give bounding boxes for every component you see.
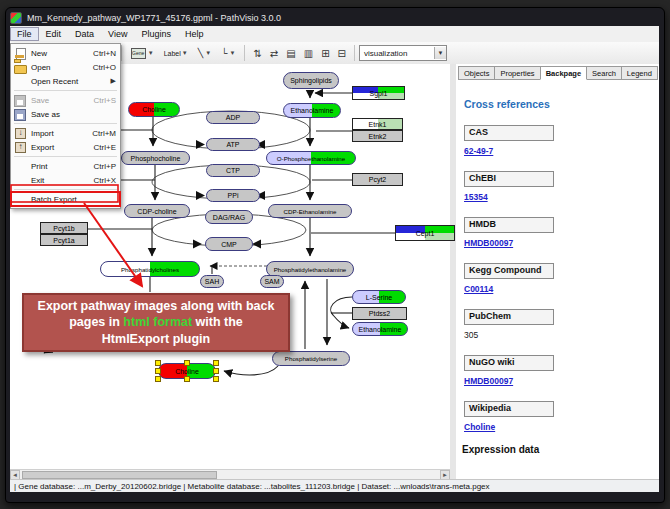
chevron-down-icon[interactable]: ▼ bbox=[229, 50, 235, 56]
save-icon bbox=[14, 95, 27, 106]
metabolite-node-ppi[interactable]: PPi bbox=[206, 189, 260, 202]
connector-tool-button[interactable]: └ ▼ bbox=[218, 46, 238, 60]
selection-handle[interactable] bbox=[184, 376, 190, 382]
menu-file[interactable]: File bbox=[10, 27, 39, 41]
gene-node-etnk1[interactable]: Etnk1 bbox=[352, 118, 403, 130]
file-menu-item-export[interactable]: ↑ExportCtrl+E bbox=[11, 140, 120, 154]
menu-separator bbox=[14, 189, 117, 190]
selection-handle[interactable] bbox=[213, 376, 219, 382]
submenu-arrow-icon: ▶ bbox=[111, 77, 116, 85]
tab-properties[interactable]: Properties bbox=[494, 66, 540, 80]
file-menu-item-import[interactable]: ↓ImportCtrl+M bbox=[11, 126, 120, 140]
xref-value: 305 bbox=[464, 330, 652, 340]
selection-handle[interactable] bbox=[184, 360, 190, 366]
metabolite-node-ethanolamine[interactable]: Ethanolamine bbox=[283, 103, 341, 118]
label-tool-button[interactable]: Label ▼ bbox=[161, 48, 191, 59]
line-tool-icon: ╲ bbox=[198, 48, 203, 58]
xref-link-62-49-7[interactable]: 62-49-7 bbox=[464, 146, 493, 156]
distribute-columns-icon[interactable]: ▥ bbox=[304, 48, 313, 59]
xref-link-c00114[interactable]: C00114 bbox=[464, 284, 493, 294]
menu-view[interactable]: View bbox=[101, 27, 134, 41]
gene-node-pcyt1b[interactable]: Pcyt1b bbox=[40, 222, 88, 234]
gene-node-cept1[interactable]: Cept1 bbox=[395, 225, 455, 241]
scrollbar-thumb[interactable] bbox=[22, 471, 217, 479]
file-menu-item-print[interactable]: PrintCtrl+P bbox=[11, 159, 120, 173]
menu-separator bbox=[14, 90, 117, 91]
metabolite-node-atp[interactable]: ATP bbox=[206, 138, 260, 151]
xref-link-choline[interactable]: Choline bbox=[464, 422, 495, 432]
file-menu-item-exit[interactable]: ExitCtrl+X bbox=[11, 173, 120, 187]
metabolite-node-phosphatidylserine[interactable]: Phosphatidylserine bbox=[272, 351, 350, 366]
selection-handle[interactable] bbox=[155, 376, 161, 382]
selection-handle[interactable] bbox=[155, 360, 161, 366]
chevron-down-icon[interactable]: ▼ bbox=[148, 50, 154, 56]
menu-separator bbox=[14, 156, 117, 157]
title-bar[interactable]: Mm_Kennedy_pathway_WP1771_45176.gpml - P… bbox=[10, 10, 658, 26]
metabolite-node-ctp[interactable]: CTP bbox=[206, 164, 260, 177]
metabolite-node-o-phosphoethanolamine[interactable]: O-Phosphoethanolamine bbox=[266, 151, 356, 165]
window-title: Mm_Kennedy_pathway_WP1771_45176.gpml - P… bbox=[27, 13, 281, 23]
metabolite-node-cdp-ethanolamine[interactable]: CDP-Ethanolamine bbox=[268, 204, 352, 218]
xref-section-kegg-compound: Kegg CompoundC00114 bbox=[464, 263, 652, 294]
tab-objects[interactable]: Objects bbox=[458, 66, 495, 80]
metabolite-node-phosphocholine[interactable]: Phosphocholine bbox=[121, 151, 190, 165]
selection-handle[interactable] bbox=[155, 368, 161, 374]
file-menu-item-batch-export[interactable]: Batch Export bbox=[11, 192, 120, 206]
file-menu-item-save-as[interactable]: Save as bbox=[11, 107, 120, 121]
gene-node-sgpl1[interactable]: Sgpl1 bbox=[352, 86, 405, 100]
stack-vertical-icon[interactable]: ⊟ bbox=[338, 48, 346, 59]
tab-search[interactable]: Search bbox=[586, 66, 622, 80]
metabolite-node-sam[interactable]: SAM bbox=[260, 275, 284, 288]
align-horizontal-center-icon[interactable]: ⇄ bbox=[270, 48, 278, 59]
file-menu-item-open[interactable]: OpenCtrl+O bbox=[11, 60, 120, 74]
connector-tool-icon: └ bbox=[221, 48, 227, 58]
selection-handle[interactable] bbox=[213, 368, 219, 374]
xref-database-name: CAS bbox=[464, 125, 554, 141]
menu-data[interactable]: Data bbox=[68, 27, 101, 41]
tab-backpage[interactable]: Backpage bbox=[540, 66, 587, 80]
chevron-down-icon[interactable]: ▼ bbox=[205, 50, 211, 56]
metabolite-node-phosphatidylcholines[interactable]: Phosphatidylcholines bbox=[100, 261, 200, 277]
menu-edit[interactable]: Edit bbox=[39, 27, 69, 41]
status-bar: | Gene database: ...m_Derby_20120602.bri… bbox=[10, 479, 659, 492]
pathvisio-app-icon bbox=[10, 12, 22, 24]
gene-node-pcyt1a[interactable]: Pcyt1a bbox=[40, 234, 88, 246]
cross-references-list: CAS62-49-7ChEBI15354HMDBHMDB00097Kegg Co… bbox=[462, 125, 652, 432]
gene-node-ptdss2[interactable]: Ptdss2 bbox=[352, 307, 407, 320]
xref-database-name: NuGO wiki bbox=[464, 355, 554, 371]
gene-node-pcyt2[interactable]: Pcyt2 bbox=[352, 173, 403, 186]
gene-datanode-button[interactable]: Gene ▼ bbox=[128, 46, 157, 61]
metabolite-node-choline[interactable]: Choline bbox=[128, 102, 180, 117]
metabolite-node-ethanolamine[interactable]: Ethanolamine bbox=[352, 322, 408, 336]
cross-references-heading: Cross references bbox=[464, 98, 652, 110]
chevron-down-icon[interactable]: ▼ bbox=[182, 50, 188, 56]
metabolite-node-sphingolipids[interactable]: Sphingolipids bbox=[283, 72, 339, 89]
visualization-combobox[interactable]: visualization▼ bbox=[359, 45, 447, 61]
tab-legend[interactable]: Legend bbox=[621, 66, 658, 80]
gene-datanode-icon: Gene bbox=[131, 48, 146, 59]
line-tool-button[interactable]: ╲ ▼ bbox=[195, 46, 214, 60]
menu-plugins[interactable]: Plugins bbox=[134, 27, 178, 41]
file-menu-item-open-recent[interactable]: Open Recent▶ bbox=[11, 74, 120, 88]
metabolite-node-cmp[interactable]: CMP bbox=[205, 237, 253, 251]
xref-database-name: PubChem bbox=[464, 309, 554, 325]
menu-help[interactable]: Help bbox=[178, 27, 211, 41]
selection-handle[interactable] bbox=[213, 360, 219, 366]
align-vertical-center-icon[interactable]: ⇅ bbox=[253, 48, 261, 59]
metabolite-node-sah[interactable]: SAH bbox=[200, 275, 224, 288]
metabolite-node-l-serine[interactable]: L-Serine bbox=[352, 290, 406, 304]
distribute-rows-icon[interactable]: ▤ bbox=[286, 48, 295, 59]
metabolite-node-adp[interactable]: ADP bbox=[206, 111, 260, 124]
export-icon: ↑ bbox=[14, 142, 27, 153]
stack-horizontal-icon[interactable]: ⊞ bbox=[321, 48, 329, 59]
xref-link-15354[interactable]: 15354 bbox=[464, 192, 488, 202]
metabolite-node-dag-rag[interactable]: DAG/RAG bbox=[205, 210, 253, 224]
file-menu-item-save[interactable]: SaveCtrl+S bbox=[11, 93, 120, 107]
chevron-down-icon[interactable]: ▼ bbox=[434, 47, 446, 59]
xref-link-hmdb00097[interactable]: HMDB00097 bbox=[464, 376, 513, 386]
import-icon: ↓ bbox=[14, 128, 27, 139]
xref-link-hmdb00097[interactable]: HMDB00097 bbox=[464, 238, 513, 248]
gene-node-etnk2[interactable]: Etnk2 bbox=[352, 130, 403, 142]
file-menu-item-new[interactable]: NewCtrl+N bbox=[11, 46, 120, 60]
metabolite-node-cdp-choline[interactable]: CDP-choline bbox=[124, 204, 190, 218]
